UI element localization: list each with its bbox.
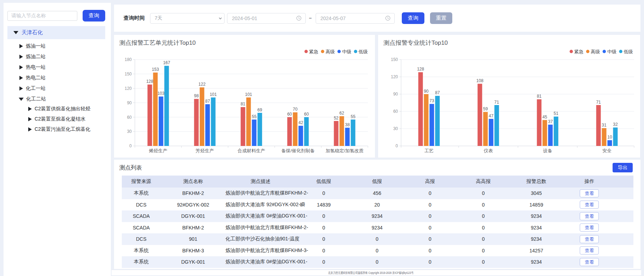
svg-text:0: 0: [129, 143, 132, 148]
svg-text:52: 52: [334, 116, 339, 121]
svg-text:71: 71: [596, 100, 601, 105]
svg-text:30: 30: [393, 126, 398, 131]
svg-text:工艺: 工艺: [424, 148, 434, 153]
svg-text:101: 101: [245, 92, 252, 97]
svg-text:47: 47: [489, 114, 494, 118]
svg-text:87: 87: [435, 90, 440, 95]
svg-text:51: 51: [554, 111, 559, 116]
svg-text:安全: 安全: [602, 148, 612, 153]
svg-text:60: 60: [287, 112, 292, 117]
svg-text:120: 120: [391, 74, 398, 79]
svg-text:153: 153: [152, 67, 159, 72]
svg-text:高级: 高级: [326, 49, 335, 54]
svg-text:低级: 低级: [624, 49, 633, 54]
svg-text:87: 87: [205, 99, 210, 104]
svg-text:81: 81: [537, 94, 542, 99]
svg-text:69: 69: [257, 108, 262, 112]
svg-text:98: 98: [194, 93, 199, 98]
svg-text:中级: 中级: [342, 49, 351, 54]
svg-text:37: 37: [548, 119, 553, 124]
svg-text:108: 108: [476, 78, 483, 83]
svg-text:59: 59: [483, 106, 488, 111]
svg-text:180: 180: [125, 57, 132, 62]
svg-text:90: 90: [127, 100, 132, 105]
svg-text:73: 73: [429, 98, 434, 103]
svg-text:测点报警工艺单元统计Top10: 测点报警工艺单元统计Top10: [119, 39, 196, 46]
svg-text:55: 55: [252, 114, 257, 119]
svg-text:中级: 中级: [607, 49, 616, 54]
svg-text:紧急: 紧急: [309, 49, 318, 54]
svg-text:71: 71: [494, 100, 499, 105]
svg-text:仪表: 仪表: [483, 148, 493, 153]
svg-text:90: 90: [393, 92, 398, 97]
svg-text:150: 150: [125, 72, 132, 76]
svg-text:70: 70: [293, 107, 298, 112]
svg-text:128: 128: [417, 67, 424, 72]
svg-text:31: 31: [602, 123, 607, 128]
svg-text:60: 60: [393, 109, 398, 114]
svg-text:81: 81: [240, 102, 245, 106]
svg-text:103: 103: [157, 91, 165, 96]
svg-text:0: 0: [395, 143, 398, 148]
svg-text:紧急: 紧急: [574, 49, 584, 54]
svg-text:10: 10: [607, 135, 612, 140]
svg-text:150: 150: [391, 57, 398, 62]
svg-text:128: 128: [146, 79, 153, 84]
svg-text:加氢稳定/加氢改质: 加氢稳定/加氢改质: [326, 148, 364, 153]
svg-text:合成材料生产: 合成材料生产: [238, 148, 265, 153]
svg-text:设备: 设备: [543, 148, 552, 153]
svg-text:38: 38: [345, 122, 350, 127]
svg-text:60: 60: [304, 112, 309, 117]
svg-text:高级: 高级: [591, 49, 600, 54]
svg-text:42: 42: [298, 120, 303, 125]
svg-text:101: 101: [210, 92, 217, 97]
svg-text:备煤/催化剂制备: 备煤/催化剂制备: [281, 148, 315, 153]
svg-text:167: 167: [163, 60, 170, 65]
svg-text:测点报警专业统计Top10: 测点报警专业统计Top10: [383, 39, 448, 46]
svg-text:45: 45: [542, 115, 547, 119]
svg-text:62: 62: [339, 111, 344, 116]
svg-text:烯烃生产: 烯烃生产: [149, 148, 167, 153]
svg-text:60: 60: [127, 115, 132, 120]
svg-text:芳烃生产: 芳烃生产: [196, 148, 214, 153]
svg-text:30: 30: [127, 129, 132, 134]
svg-text:低级: 低级: [358, 49, 368, 54]
svg-text:90: 90: [424, 89, 429, 94]
svg-text:55: 55: [351, 114, 356, 119]
svg-text:32: 32: [613, 122, 618, 127]
svg-text:120: 120: [125, 86, 132, 91]
svg-text:122: 122: [198, 82, 205, 87]
